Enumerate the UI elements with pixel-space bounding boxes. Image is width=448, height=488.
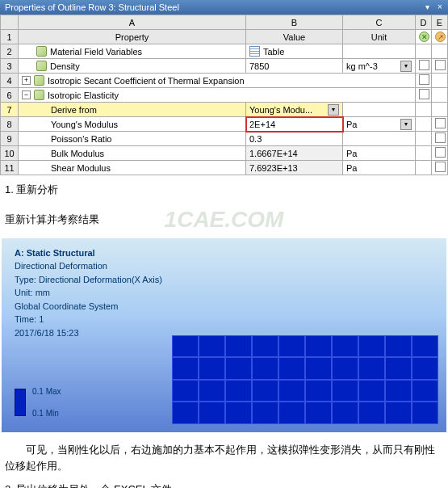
prop-label: Isotropic Elasticity xyxy=(48,90,119,100)
value-text: 2E+14 xyxy=(249,120,275,129)
legend-max: 0.1 Max xyxy=(32,387,61,396)
legend-bar xyxy=(15,389,26,416)
prop-label: Isotropic Secant Coefficient of Thermal … xyxy=(48,76,245,86)
row-9[interactable]: 9 xyxy=(1,132,19,146)
checkbox[interactable] xyxy=(435,118,446,128)
viz-line: Directional Deformation xyxy=(15,261,107,271)
collapse-icon[interactable]: − xyxy=(22,90,31,99)
header-value: Value xyxy=(246,30,343,44)
viz-line: Time: 1 xyxy=(15,314,44,324)
prop-label: Bulk Modulus xyxy=(51,149,104,158)
col-d[interactable]: D xyxy=(416,15,432,30)
value-text: 7850 xyxy=(249,61,269,71)
header-property: Property xyxy=(19,30,246,44)
row-8[interactable]: 8 xyxy=(1,117,19,132)
viz-line: Global Coordinate System xyxy=(15,301,118,311)
prop-label: Material Field Variables xyxy=(50,47,142,57)
checkbox[interactable] xyxy=(419,89,429,99)
conclusion-text: 可见，当刚性化以后，右边施加的力基本不起作用，这模拟弹性变形消失，从而只有刚性位… xyxy=(0,435,448,482)
panel-title: Properties of Outline Row 3: Structural … xyxy=(5,2,179,12)
step-2-title: 2. 导出位移为另外一个 EXCEL 文件 xyxy=(0,482,448,488)
expand-icon[interactable]: + xyxy=(22,76,31,85)
unit-text: Pa xyxy=(346,149,357,158)
checkbox[interactable] xyxy=(419,74,429,85)
dropdown-icon[interactable]: ▾ xyxy=(328,104,339,116)
value-text: Table xyxy=(263,47,284,57)
value-text: 0.3 xyxy=(249,134,262,144)
corner-cell xyxy=(1,15,19,30)
step-1-title: 1. 重新分析 xyxy=(0,175,448,205)
viz-line: 2017/6/18 15:23 xyxy=(15,328,79,338)
prop-label: Shear Modulus xyxy=(51,163,111,173)
col-c[interactable]: C xyxy=(343,15,416,30)
unit-text: kg m^-3 xyxy=(346,61,378,71)
prop-label: Derive from xyxy=(51,105,97,115)
property-icon xyxy=(34,75,44,86)
youngs-modulus-value[interactable]: 2E+14 xyxy=(246,117,343,132)
property-icon xyxy=(34,90,44,100)
filter-d-icon[interactable]: ✕ xyxy=(419,32,429,42)
row-1[interactable]: 1 xyxy=(1,30,19,44)
prop-label: Density xyxy=(50,61,80,71)
checkbox[interactable] xyxy=(435,162,446,172)
viz-line: Unit: mm xyxy=(15,288,50,297)
col-b[interactable]: B xyxy=(246,15,343,30)
checkbox[interactable] xyxy=(435,60,446,70)
filter-e-icon[interactable]: ↗ xyxy=(435,32,446,42)
panel-title-bar: Properties of Outline Row 3: Structural … xyxy=(0,0,448,15)
col-a[interactable]: A xyxy=(19,15,246,30)
viz-info: A: Static Structural Directional Deforma… xyxy=(15,246,162,340)
checkbox[interactable] xyxy=(435,133,446,143)
result-visualization: A: Static Structural Directional Deforma… xyxy=(2,238,446,432)
property-icon xyxy=(36,46,47,57)
viz-line: Type: Directional Deformation(X Axis) xyxy=(15,275,162,284)
color-legend: 0.1 Max 0.1 Min xyxy=(15,389,26,416)
value-text: 7.6923E+13 xyxy=(249,163,298,173)
property-icon xyxy=(36,61,47,71)
properties-table: A B C D E 1 Property Value Unit ✕ ↗ 2 Ma… xyxy=(0,15,448,175)
close-icon[interactable]: × xyxy=(435,2,445,11)
unit-text: Pa xyxy=(346,120,357,129)
header-unit: Unit xyxy=(343,30,416,44)
row-3[interactable]: 3 xyxy=(1,59,19,74)
pin-icon[interactable]: ▾ xyxy=(422,2,432,11)
row-7[interactable]: 7 xyxy=(1,103,19,117)
value-text: 1.6667E+14 xyxy=(249,149,298,158)
row-10[interactable]: 10 xyxy=(1,146,19,161)
step-1-sub: 重新计算并考察结果 xyxy=(5,213,99,225)
legend-min: 0.1 Min xyxy=(32,409,59,418)
prop-label: Poisson's Ratio xyxy=(51,134,111,144)
row-6[interactable]: 6 xyxy=(1,88,19,103)
prop-label: Young's Modulus xyxy=(51,120,118,129)
unit-text: Pa xyxy=(346,163,357,173)
value-text: Young's Modu... xyxy=(249,105,312,115)
checkbox[interactable] xyxy=(435,147,446,158)
dropdown-icon[interactable]: ▾ xyxy=(400,61,412,72)
dropdown-icon[interactable]: ▾ xyxy=(400,119,412,130)
checkbox[interactable] xyxy=(419,60,429,70)
mesh-plot xyxy=(172,335,438,424)
table-icon xyxy=(249,46,260,57)
viz-title: A: Static Structural xyxy=(15,248,95,258)
row-2[interactable]: 2 xyxy=(1,44,19,59)
col-e[interactable]: E xyxy=(432,15,448,30)
watermark: 1CAE.COM xyxy=(165,202,284,238)
row-4[interactable]: 4 xyxy=(1,74,19,88)
row-11[interactable]: 11 xyxy=(1,161,19,175)
